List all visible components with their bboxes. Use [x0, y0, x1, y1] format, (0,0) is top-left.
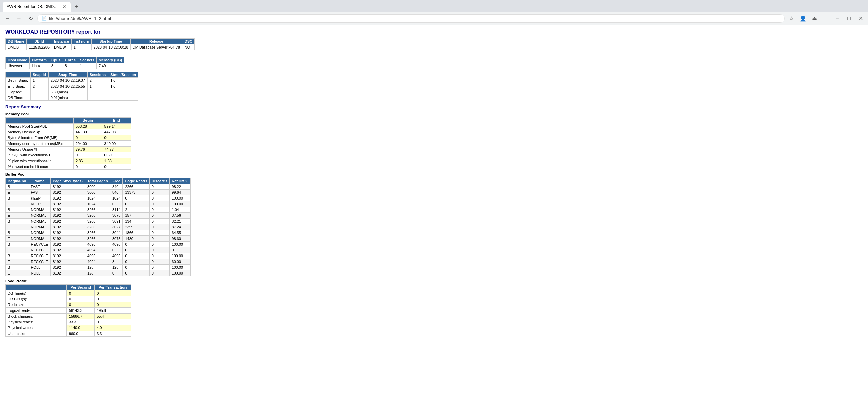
lock-icon: 📄 [42, 16, 47, 21]
extensions-button[interactable]: ⏏ [810, 14, 819, 23]
load-profile-title: Load Profile [5, 279, 863, 283]
tab-bar: AWR Report for DB: DMDB,… ✕ + [0, 0, 868, 12]
back-button[interactable]: ← [3, 14, 12, 23]
window-maximize[interactable]: □ [844, 14, 854, 23]
tab-close-button[interactable]: ✕ [62, 4, 66, 10]
forward-button[interactable]: → [14, 14, 24, 23]
new-tab-button[interactable]: + [72, 2, 81, 12]
report-summary-title: Report Summary [5, 104, 863, 109]
bookmark-button[interactable]: ☆ [787, 14, 796, 23]
profile-button[interactable]: 👤 [798, 14, 808, 23]
db-info-table: DB NameDB IdInstanceInst numStartup Time… [5, 38, 195, 50]
buffer-pool-title: Buffer Pool [5, 172, 863, 176]
window-minimize[interactable]: − [833, 14, 842, 23]
report-title: WORKLOAD REPOSITORY report for [5, 29, 863, 35]
reload-button[interactable]: ↻ [26, 14, 35, 23]
tab-title: AWR Report for DB: DMDB,… [7, 4, 60, 9]
memory-pool-table: BeginEnd Memory Pool Size(MB):553.28599.… [5, 117, 131, 170]
page-content: WORKLOAD REPOSITORY report for DB NameDB… [0, 25, 868, 415]
host-table: Host NamePlatformCpusCoresSocketsMemory … [5, 57, 124, 69]
active-tab[interactable]: AWR Report for DB: DMDB,… ✕ [3, 2, 71, 12]
memory-pool-title: Memory Pool [5, 112, 863, 116]
address-bar[interactable]: 📄 file:///home/dm8/AWR_1_2.html [37, 14, 785, 23]
address-text: file:///home/dm8/AWR_1_2.html [49, 16, 780, 21]
address-bar-row: ← → ↻ 📄 file:///home/dm8/AWR_1_2.html ☆ … [0, 12, 868, 25]
buffer-pool-table: Begin/EndNamePage Size(Bytes)Total Pages… [5, 178, 191, 276]
browser-chrome: AWR Report for DB: DMDB,… ✕ + ← → ↻ 📄 fi… [0, 0, 868, 25]
toolbar-icons: ☆ 👤 ⏏ ⋮ − □ ✕ [787, 14, 865, 23]
menu-button[interactable]: ⋮ [821, 14, 831, 23]
window-close[interactable]: ✕ [856, 14, 865, 23]
load-profile-table: Per SecondPer Transaction DB Time(s):00D… [5, 284, 131, 337]
snap-table: Snap IdSnap TimeSessionsStmts/Session Be… [5, 72, 138, 101]
